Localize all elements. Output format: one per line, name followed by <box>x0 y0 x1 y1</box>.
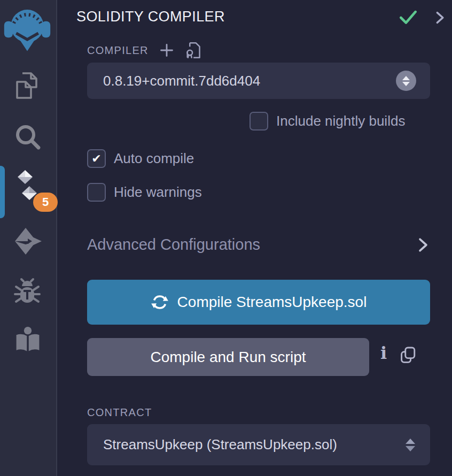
compiler-section-label: COMPILER <box>87 44 149 57</box>
hide-warnings-checkbox[interactable] <box>87 183 106 202</box>
copy-icon[interactable] <box>399 346 417 366</box>
advanced-configurations-label: Advanced Configurations <box>87 236 260 254</box>
auto-compile-label[interactable]: Auto compile <box>114 150 194 167</box>
include-nightly-label[interactable]: Include nightly builds <box>276 113 405 129</box>
solidity-compiler-panel: SOLIDITY COMPILER COMPILER <box>58 0 452 476</box>
add-compiler-button[interactable] <box>159 43 174 58</box>
compiler-version-select[interactable]: 0.8.19+commit.7dd6d404 <box>87 63 430 99</box>
file-license-icon <box>185 42 201 59</box>
check-icon <box>399 10 417 26</box>
compiler-error-badge: 5 <box>33 193 58 212</box>
compile-button[interactable]: Compile StreamsUpkeep.sol <box>87 280 430 325</box>
select-arrows-icon <box>406 439 415 451</box>
info-icon[interactable]: i <box>377 343 390 363</box>
compiler-license-button[interactable] <box>185 42 201 59</box>
include-nightly-row: Include nightly builds <box>250 112 405 130</box>
sync-icon <box>151 293 169 311</box>
chevron-right-icon <box>416 236 430 254</box>
learneth-icon[interactable] <box>14 326 41 354</box>
compile-button-label: Compile StreamsUpkeep.sol <box>177 294 367 311</box>
contract-section-label: CONTRACT <box>87 406 152 419</box>
active-tab-indicator <box>0 166 5 218</box>
spinner-down-arrow <box>402 82 410 86</box>
file-explorer-icon[interactable] <box>14 70 42 101</box>
version-spinner-icon[interactable] <box>396 71 416 91</box>
auto-compile-checkbox[interactable]: ✔ <box>87 149 106 168</box>
plus-icon <box>159 43 174 58</box>
deploy-run-icon[interactable] <box>13 227 43 256</box>
compiler-version-value: 0.8.19+commit.7dd6d404 <box>103 73 260 89</box>
hide-warnings-row: Hide warnings <box>87 183 202 202</box>
select-up-arrow <box>406 439 415 444</box>
compile-and-run-button[interactable]: Compile and Run script <box>87 338 369 376</box>
advanced-configurations-toggle[interactable]: Advanced Configurations <box>87 236 430 254</box>
contract-select-value: StreamsUpkeep (StreamsUpkeep.sol) <box>103 436 337 453</box>
panel-title: SOLIDITY COMPILER <box>76 9 225 25</box>
debugger-icon[interactable] <box>14 277 41 307</box>
compiler-section-header: COMPILER <box>87 42 201 59</box>
select-down-arrow <box>406 446 415 451</box>
spinner-up-arrow <box>402 76 410 80</box>
remix-logo-icon[interactable] <box>3 2 51 57</box>
icon-sidebar: 5 <box>0 0 57 476</box>
compile-and-run-label: Compile and Run script <box>150 349 306 366</box>
remix-ide-compiler-panel: 5 <box>0 0 452 476</box>
auto-compile-row: ✔ Auto compile <box>87 149 194 168</box>
include-nightly-checkbox[interactable] <box>250 112 268 130</box>
chevron-right-icon[interactable] <box>432 9 447 26</box>
checkbox-check-icon: ✔ <box>91 153 101 165</box>
search-icon[interactable] <box>14 123 42 153</box>
hide-warnings-label[interactable]: Hide warnings <box>114 184 202 201</box>
contract-select[interactable]: StreamsUpkeep (StreamsUpkeep.sol) <box>87 424 430 465</box>
